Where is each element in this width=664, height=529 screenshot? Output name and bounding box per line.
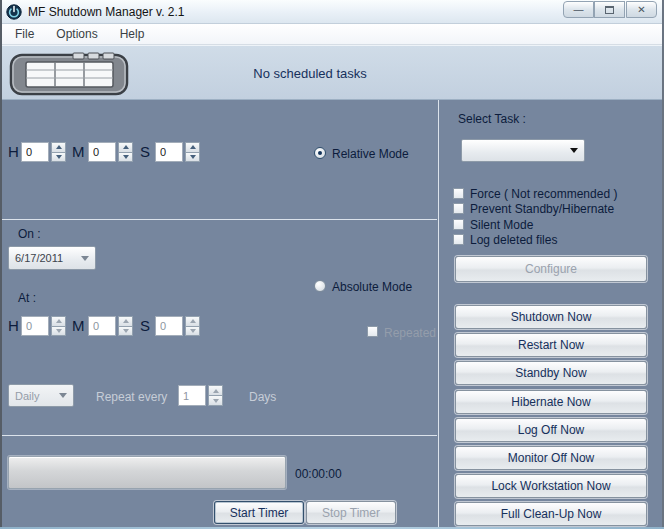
repeated-label: Repeated xyxy=(384,326,436,340)
spin-down-icon[interactable] xyxy=(208,395,223,406)
silent-mode-checkbox[interactable] xyxy=(453,219,464,230)
window-controls: — ✕ xyxy=(563,1,657,18)
log-deleted-files-label: Log deleted files xyxy=(470,233,557,247)
menu-help[interactable]: Help xyxy=(109,25,156,43)
absolute-seconds-spinner[interactable] xyxy=(185,316,200,336)
maximize-button[interactable] xyxy=(594,1,625,18)
repeat-every-label: Repeat every xyxy=(96,390,167,404)
monitor-off-now-button[interactable]: Monitor Off Now xyxy=(455,446,647,470)
app-window: MF Shutdown Manager v. 2.1 — ✕ File Opti… xyxy=(0,0,664,529)
at-label: At : xyxy=(18,291,36,305)
elapsed-time: 00:00:00 xyxy=(295,467,342,481)
absolute-mode-label: Absolute Mode xyxy=(332,280,412,294)
hibernate-now-button[interactable]: Hibernate Now xyxy=(455,390,647,414)
absolute-hours-label: H xyxy=(8,317,19,334)
window-edge-left xyxy=(0,0,2,529)
silent-mode-label: Silent Mode xyxy=(470,218,533,232)
spin-down-icon[interactable] xyxy=(185,152,200,163)
absolute-hours-spinner[interactable] xyxy=(51,316,66,336)
full-clean-up-now-button[interactable]: Full Clean-Up Now xyxy=(455,502,647,526)
divider-vertical xyxy=(438,100,439,529)
start-timer-button[interactable]: Start Timer xyxy=(214,501,304,524)
absolute-hours-input[interactable] xyxy=(21,316,49,336)
force-label: Force ( Not recommended ) xyxy=(470,187,617,201)
repeat-count-spinner[interactable] xyxy=(208,385,223,406)
task-dropdown[interactable] xyxy=(461,139,585,162)
relative-seconds-label: S xyxy=(140,143,150,160)
minimize-button[interactable]: — xyxy=(563,1,594,18)
prevent-standby-checkbox[interactable] xyxy=(453,203,464,214)
restart-now-button[interactable]: Restart Now xyxy=(455,333,647,357)
relative-minutes-label: M xyxy=(72,143,85,160)
maximize-icon xyxy=(605,6,614,14)
frequency-value: Daily xyxy=(15,390,39,402)
absolute-seconds-input[interactable] xyxy=(155,316,183,336)
close-button[interactable]: ✕ xyxy=(626,1,657,18)
spin-down-icon[interactable] xyxy=(118,152,133,163)
countdown-progress-bar xyxy=(8,456,286,489)
frequency-dropdown[interactable]: Daily xyxy=(8,384,74,407)
close-icon: ✕ xyxy=(637,5,645,15)
shutdown-now-button[interactable]: Shutdown Now xyxy=(455,305,647,329)
absolute-seconds-label: S xyxy=(140,317,150,334)
chevron-down-icon xyxy=(570,148,578,153)
spin-down-icon[interactable] xyxy=(51,326,66,337)
force-checkbox[interactable] xyxy=(453,188,464,199)
title-bar: MF Shutdown Manager v. 2.1 — ✕ xyxy=(0,0,664,24)
absolute-minutes-input[interactable] xyxy=(88,316,116,336)
spin-down-icon[interactable] xyxy=(51,152,66,163)
date-dropdown[interactable]: 6/17/2011 xyxy=(8,246,96,270)
lock-workstation-now-button[interactable]: Lock Workstation Now xyxy=(455,474,647,498)
days-label: Days xyxy=(249,390,276,404)
spin-down-icon[interactable] xyxy=(118,326,133,337)
status-banner: No scheduled tasks xyxy=(0,45,664,100)
menu-options[interactable]: Options xyxy=(45,25,108,43)
divider-horizontal-2 xyxy=(0,435,437,436)
absolute-minutes-spinner[interactable] xyxy=(118,316,133,336)
chevron-down-icon xyxy=(81,256,89,261)
repeated-checkbox[interactable] xyxy=(367,326,378,337)
divider-horizontal-1 xyxy=(0,219,437,220)
standby-now-button[interactable]: Standby Now xyxy=(455,361,647,385)
relative-minutes-input[interactable] xyxy=(88,142,116,162)
log-deleted-files-checkbox[interactable] xyxy=(453,234,464,245)
relative-hours-label: H xyxy=(8,143,19,160)
minimize-icon: — xyxy=(574,5,584,15)
banner-message: No scheduled tasks xyxy=(0,66,620,81)
prevent-standby-label: Prevent Standby/Hibernate xyxy=(470,202,614,216)
relative-hours-input[interactable] xyxy=(21,142,49,162)
stop-timer-button[interactable]: Stop Timer xyxy=(306,501,396,524)
log-off-now-button[interactable]: Log Off Now xyxy=(455,418,647,442)
window-title: MF Shutdown Manager v. 2.1 xyxy=(28,5,185,19)
menu-bar: File Options Help xyxy=(0,24,664,45)
select-task-label: Select Task : xyxy=(458,112,526,126)
relative-hours-spinner[interactable] xyxy=(51,142,66,162)
configure-button[interactable]: Configure xyxy=(455,256,647,282)
relative-mode-label: Relative Mode xyxy=(332,147,409,161)
relative-mode-radio[interactable] xyxy=(314,147,326,159)
spin-down-icon[interactable] xyxy=(185,326,200,337)
relative-minutes-spinner[interactable] xyxy=(118,142,133,162)
menu-file[interactable]: File xyxy=(4,25,45,43)
relative-seconds-spinner[interactable] xyxy=(185,142,200,162)
power-icon xyxy=(6,4,22,20)
chevron-down-icon xyxy=(59,393,67,398)
absolute-minutes-label: M xyxy=(72,317,85,334)
repeat-count-input[interactable] xyxy=(178,385,206,406)
date-value: 6/17/2011 xyxy=(15,252,63,264)
relative-seconds-input[interactable] xyxy=(155,142,183,162)
absolute-mode-radio[interactable] xyxy=(314,280,326,292)
on-label: On : xyxy=(18,227,41,241)
